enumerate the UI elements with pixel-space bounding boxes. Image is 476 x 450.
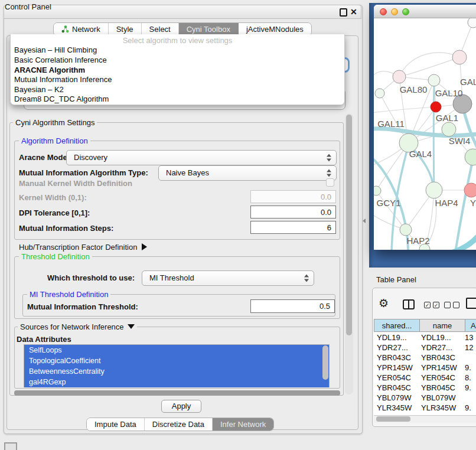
- apply-button[interactable]: Apply: [161, 400, 201, 413]
- tab-discretize-data[interactable]: Discretize Data: [145, 418, 213, 431]
- network-node[interactable]: [464, 183, 476, 197]
- algorithm-option[interactable]: Bayesian – Hill Climbing: [13, 45, 339, 55]
- network-canvas[interactable]: GAL GAL80 GAL10 GAL11 GAL1 SWI4 GAL4 GCY…: [374, 18, 476, 250]
- kernel-width-value: 0.0: [321, 193, 331, 201]
- hub-definition-label: Hub/Transcription Factor Definition: [19, 243, 137, 252]
- network-graph: [374, 18, 476, 250]
- threshold-definition-title: Threshold Definition: [19, 252, 92, 261]
- combobox-stepper-icon: [304, 275, 309, 282]
- network-node[interactable]: [468, 18, 476, 28]
- algorithm-option[interactable]: Mutual Information Inference: [13, 75, 339, 84]
- sources-group-title[interactable]: Sources for Network Inference: [18, 322, 137, 331]
- unchecked-checkbox-icon[interactable]: [444, 302, 451, 308]
- attribute-item-selected[interactable]: BetweennessCentrality: [24, 366, 329, 377]
- table-row[interactable]: YDL19... YDL19... 13: [374, 332, 476, 343]
- column-header-name[interactable]: name: [419, 319, 465, 332]
- network-node[interactable]: [428, 74, 440, 86]
- table-row[interactable]: YDR27... YDR27... 12: [374, 343, 476, 353]
- tab-impute-data[interactable]: Impute Data: [87, 418, 145, 431]
- algorithm-dropdown-prompt: Select algorithm to view settings: [11, 36, 344, 45]
- expander-right-arrow-icon: [142, 243, 147, 250]
- dpi-tolerance-field[interactable]: 0.0: [250, 206, 336, 219]
- traffic-light-minimize-icon[interactable]: [391, 8, 398, 15]
- network-node[interactable]: [374, 186, 381, 195]
- cell-shared-name: YER054C: [377, 373, 411, 383]
- column-header-shared-name[interactable]: shared...: [374, 319, 419, 332]
- cell-value: 9.: [465, 363, 471, 373]
- cell-shared-name: YDL19...: [377, 332, 407, 343]
- table-row[interactable]: YPR145W YPR145W 9.: [374, 363, 476, 373]
- cell-shared-name: YDR27...: [377, 343, 408, 353]
- column-header-label: shared...: [382, 321, 412, 330]
- network-node[interactable]: [426, 182, 442, 198]
- network-node[interactable]: [400, 224, 412, 236]
- table-row[interactable]: YLR345W YLR345W 9.: [374, 403, 476, 413]
- cell-shared-name: YPR145W: [377, 363, 413, 373]
- close-panel-icon[interactable]: ✕: [350, 7, 357, 17]
- aracne-mode-label: Aracne Mode:: [19, 153, 70, 162]
- float-panel-icon[interactable]: [340, 8, 347, 17]
- traffic-light-close-icon[interactable]: [380, 8, 387, 15]
- hub-definition-expander[interactable]: Hub/Transcription Factor Definition: [19, 243, 147, 252]
- aracne-mode-combobox[interactable]: Discovery: [66, 150, 337, 165]
- tab-jactivemnodules[interactable]: jActiveMNodules: [239, 23, 311, 35]
- mi-type-combobox[interactable]: Naive Bayes: [158, 165, 337, 181]
- tab-select[interactable]: Select: [142, 23, 179, 35]
- algorithm-option[interactable]: Dream8 DC_TDC Algorithm: [13, 94, 339, 104]
- network-node[interactable]: [442, 122, 456, 136]
- which-threshold-combobox[interactable]: MI Threshold: [142, 270, 314, 286]
- checked-checkbox-icon[interactable]: ✓: [433, 302, 439, 308]
- table-row[interactable]: YBR045C YBR045C 9.: [374, 383, 476, 393]
- cell-name: YDR27...: [421, 343, 452, 353]
- tab-cyni-toolbox[interactable]: Cyni Toolbox: [179, 23, 239, 35]
- tab-style[interactable]: Style: [109, 23, 142, 35]
- manual-kernel-checkbox[interactable]: [326, 178, 334, 187]
- algorithm-option-selected[interactable]: ARACNE Algorithm: [13, 66, 339, 75]
- attribute-item-selected[interactable]: SelfLoops: [24, 345, 329, 356]
- algorithm-option[interactable]: Basic Correlation Inference: [13, 56, 339, 65]
- tab-impute-data-label: Impute Data: [94, 418, 136, 431]
- unchecked-checkbox-icon[interactable]: [453, 302, 459, 308]
- table-row[interactable]: YER054C YER054C 8.: [374, 373, 476, 383]
- cell-value: 8.: [465, 373, 471, 383]
- column-header-partial[interactable]: A: [465, 319, 476, 332]
- mi-type-label: Mutual Information Algorithm Type:: [19, 168, 148, 177]
- node-label: GAL10: [435, 88, 463, 98]
- document-icon[interactable]: [466, 298, 476, 309]
- network-node[interactable]: [393, 70, 406, 83]
- settings-hscrollbar-thumb[interactable]: [14, 390, 340, 396]
- table-row[interactable]: YBL079W YBL079W: [374, 393, 476, 403]
- tab-infer-network[interactable]: Infer Network: [213, 418, 273, 431]
- data-attributes-list: SelfLoops TopologicalCoefficient Between…: [24, 344, 330, 387]
- tab-network[interactable]: Network: [54, 23, 109, 35]
- attribute-item-selected[interactable]: TopologicalCoefficient: [24, 356, 329, 366]
- cell-name: YLR345W: [421, 403, 456, 413]
- minimized-panel-icon[interactable]: [4, 442, 17, 450]
- manual-kernel-label: Manual Kernel Width Definition: [19, 179, 132, 188]
- node-label: GAL1: [436, 113, 458, 123]
- collapse-down-arrow-icon: [128, 324, 135, 329]
- attribute-list-scrollbar-thumb[interactable]: [322, 345, 328, 380]
- network-node[interactable]: [452, 50, 467, 64]
- mi-threshold-group-title: MI Threshold Definition: [27, 290, 110, 299]
- split-columns-icon[interactable]: [403, 299, 415, 309]
- tab-select-label: Select: [149, 23, 171, 35]
- mi-steps-field[interactable]: 6: [250, 221, 336, 234]
- splitter-collapse-arrow[interactable]: [363, 219, 366, 223]
- kernel-width-field[interactable]: 0.0: [250, 190, 336, 203]
- table-hscrollbar-thumb[interactable]: [376, 416, 410, 422]
- checked-checkbox-icon[interactable]: ✓: [424, 302, 431, 308]
- table-row[interactable]: YBR043C YBR043C: [374, 353, 476, 363]
- attribute-item-selected[interactable]: gal4RGexp: [24, 377, 329, 387]
- settings-scrollbar-thumb[interactable]: [346, 115, 352, 335]
- network-node[interactable]: [375, 89, 384, 98]
- cyni-settings-group-title: Cyni Algorithm Settings: [13, 118, 97, 127]
- network-node[interactable]: [465, 149, 476, 165]
- network-node-selected[interactable]: [431, 102, 441, 112]
- network-window-titlebar[interactable]: [374, 5, 476, 18]
- table-panel-title: Table Panel: [376, 275, 416, 284]
- algorithm-option[interactable]: Bayesian – K2: [13, 85, 339, 94]
- mi-threshold-field[interactable]: 0.5: [250, 299, 335, 313]
- traffic-light-zoom-icon[interactable]: [402, 8, 409, 15]
- gear-icon[interactable]: ⚙: [379, 297, 389, 310]
